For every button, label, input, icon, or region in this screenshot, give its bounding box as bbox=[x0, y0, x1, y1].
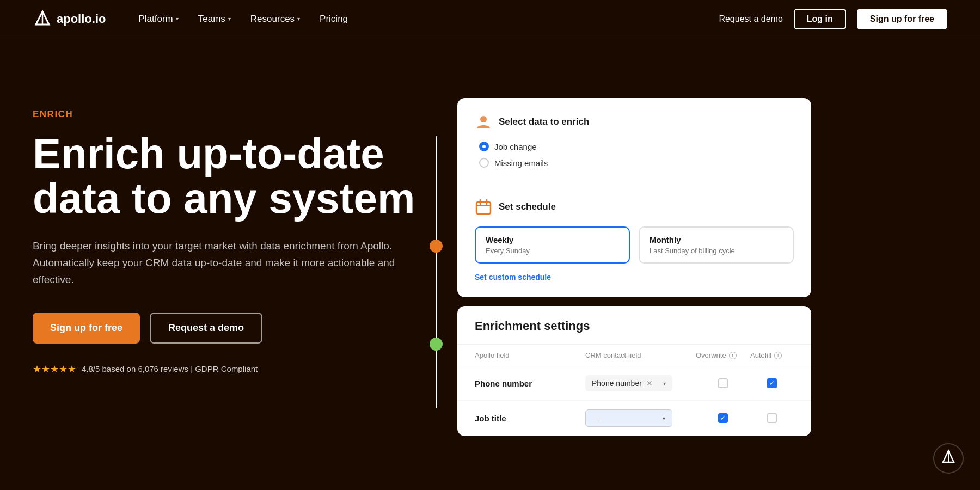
radio-label-missing-emails: Missing emails bbox=[494, 158, 548, 168]
weekly-subtitle: Every Sunday bbox=[486, 247, 619, 255]
svg-point-2 bbox=[480, 116, 487, 122]
svg-rect-3 bbox=[476, 202, 491, 214]
rating-text: 4.8/5 based on 6,076 reviews | GDPR Comp… bbox=[82, 364, 258, 373]
table-row: Phone number Phone number ✕ ▾ ✓ bbox=[457, 366, 811, 401]
crm-field-phone: Phone number ✕ ▾ bbox=[585, 375, 696, 391]
signup-nav-button[interactable]: Sign up for free bbox=[857, 9, 947, 29]
hero-buttons: Sign up for free Request a demo bbox=[33, 313, 457, 344]
signup-hero-button[interactable]: Sign up for free bbox=[33, 313, 140, 344]
hero-left: ENRICH Enrich up-to-datedata to any syst… bbox=[33, 93, 457, 375]
col-crm-field: CRM contact field bbox=[585, 351, 696, 359]
autofill-jobtitle-checkbox[interactable] bbox=[767, 413, 777, 423]
hero-title: Enrich up-to-datedata to any system bbox=[33, 132, 457, 221]
hero-rating: ★★★★★ 4.8/5 based on 6,076 reviews | GDP… bbox=[33, 363, 457, 375]
overwrite-phone-cell bbox=[696, 378, 750, 388]
schedule-title: Set schedule bbox=[499, 201, 556, 212]
autofill-phone-cell: ✓ bbox=[750, 378, 794, 388]
card-top: Select data to enrich Job change Missing… bbox=[457, 98, 811, 183]
overwrite-phone-checkbox[interactable] bbox=[718, 378, 728, 388]
col-overwrite: Overwrite i bbox=[696, 351, 750, 359]
crm-select-phone[interactable]: Phone number ✕ ▾ bbox=[585, 375, 672, 391]
chevron-down-icon: ▾ bbox=[297, 16, 300, 22]
apollo-field-phone: Phone number bbox=[475, 379, 585, 388]
chevron-down-icon: ▾ bbox=[663, 381, 666, 387]
nav-links: Platform ▾ Teams ▾ Resources ▾ Pricing bbox=[138, 14, 719, 24]
schedule-weekly[interactable]: Weekly Every Sunday bbox=[475, 226, 630, 264]
overwrite-info-icon[interactable]: i bbox=[729, 352, 737, 359]
calendar-icon bbox=[475, 198, 492, 216]
nav-teams[interactable]: Teams ▾ bbox=[198, 14, 231, 24]
nav-actions: Request a demo Log in Sign up for free bbox=[719, 9, 947, 29]
monthly-title: Monthly bbox=[650, 235, 783, 244]
autofill-phone-checkbox[interactable]: ✓ bbox=[767, 378, 777, 388]
data-options: Job change Missing emails bbox=[475, 142, 794, 168]
fab-button[interactable] bbox=[933, 443, 964, 474]
navbar: apollo.io Platform ▾ Teams ▾ Resources ▾… bbox=[0, 0, 980, 38]
crm-select-jobtitle-label: — bbox=[592, 414, 600, 422]
crm-field-jobtitle: — ▾ bbox=[585, 409, 696, 427]
overwrite-jobtitle-cell: ✓ bbox=[696, 413, 750, 423]
logo[interactable]: apollo.io bbox=[33, 9, 106, 29]
radio-job-change[interactable]: Job change bbox=[479, 142, 794, 151]
schedule-monthly[interactable]: Monthly Last Sunday of billing cycle bbox=[639, 226, 794, 264]
request-demo-button[interactable]: Request a demo bbox=[719, 14, 782, 24]
nav-pricing[interactable]: Pricing bbox=[320, 14, 348, 24]
hero-section: ENRICH Enrich up-to-datedata to any syst… bbox=[0, 38, 980, 490]
custom-schedule-link[interactable]: Set custom schedule bbox=[475, 273, 551, 281]
dot-bottom-icon bbox=[430, 338, 443, 351]
table-row: Job title — ▾ ✓ bbox=[457, 401, 811, 436]
dot-top-icon bbox=[430, 240, 443, 253]
autofill-info-icon[interactable]: i bbox=[774, 352, 782, 359]
close-icon[interactable]: ✕ bbox=[646, 379, 653, 388]
crm-select-phone-label: Phone number bbox=[592, 379, 642, 388]
chevron-down-icon: ▾ bbox=[228, 16, 231, 22]
radio-unchecked-icon bbox=[479, 158, 489, 168]
monthly-subtitle: Last Sunday of billing cycle bbox=[650, 247, 783, 255]
hero-description: Bring deeper insights into your target m… bbox=[33, 237, 403, 289]
demo-hero-button[interactable]: Request a demo bbox=[150, 313, 262, 344]
select-data-header: Select data to enrich bbox=[475, 113, 794, 131]
radio-checked-icon bbox=[479, 142, 489, 151]
fab-icon bbox=[941, 449, 956, 468]
crm-select-jobtitle[interactable]: — ▾ bbox=[585, 409, 672, 427]
logo-text: apollo.io bbox=[57, 12, 106, 26]
nav-platform[interactable]: Platform ▾ bbox=[138, 14, 178, 24]
chevron-down-icon: ▾ bbox=[176, 16, 179, 22]
schedule-header: Set schedule bbox=[475, 198, 794, 216]
autofill-jobtitle-cell bbox=[750, 413, 794, 423]
overwrite-jobtitle-checkbox[interactable]: ✓ bbox=[718, 413, 728, 423]
radio-missing-emails[interactable]: Missing emails bbox=[479, 158, 794, 168]
chevron-down-icon: ▾ bbox=[663, 415, 665, 421]
radio-label-job-change: Job change bbox=[494, 142, 537, 151]
select-data-title: Select data to enrich bbox=[499, 117, 589, 127]
connection-line bbox=[436, 136, 437, 408]
nav-resources[interactable]: Resources ▾ bbox=[250, 14, 300, 24]
person-icon bbox=[475, 113, 492, 131]
apollo-field-jobtitle: Job title bbox=[475, 414, 585, 423]
enrichment-settings-card: Enrichment settings Apollo field CRM con… bbox=[457, 306, 811, 436]
select-data-card: Select data to enrich Job change Missing… bbox=[457, 98, 811, 297]
weekly-title: Weekly bbox=[486, 235, 619, 244]
enrichment-columns: Apollo field CRM contact field Overwrite… bbox=[457, 345, 811, 366]
enrichment-title: Enrichment settings bbox=[475, 319, 794, 333]
col-autofill: Autofill i bbox=[750, 351, 794, 359]
star-icons: ★★★★★ bbox=[33, 363, 76, 375]
schedule-options: Weekly Every Sunday Monthly Last Sunday … bbox=[475, 226, 794, 264]
enrichment-header: Enrichment settings bbox=[457, 306, 811, 345]
col-apollo-field: Apollo field bbox=[475, 351, 585, 359]
hero-right: Select data to enrich Job change Missing… bbox=[457, 93, 811, 436]
schedule-section: Set schedule Weekly Every Sunday Monthly… bbox=[457, 183, 811, 297]
hero-badge: ENRICH bbox=[33, 109, 457, 120]
login-button[interactable]: Log in bbox=[794, 9, 846, 29]
